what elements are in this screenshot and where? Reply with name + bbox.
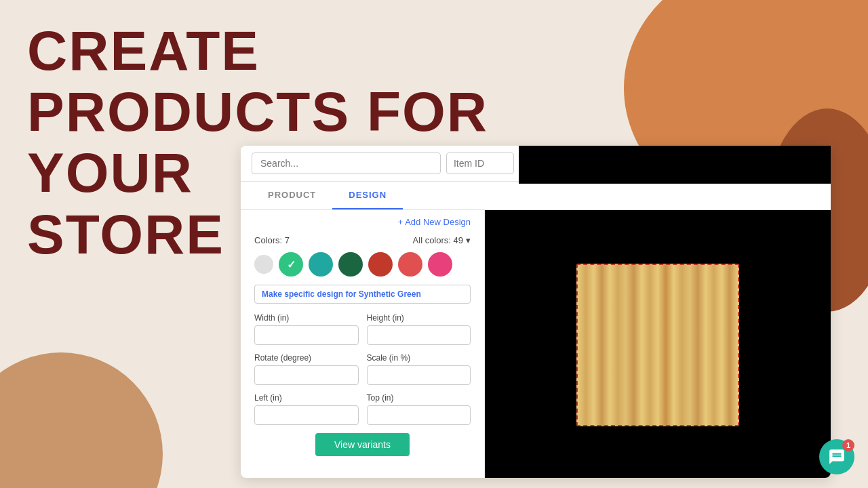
colors-header: Colors: 7 All colors: 49 ▾ <box>254 235 471 245</box>
width-field-group: Width (in) <box>254 313 359 345</box>
wood-texture <box>576 264 739 426</box>
item-id-input[interactable] <box>446 152 514 174</box>
swatch-red[interactable] <box>398 252 422 277</box>
view-variants-button[interactable]: View variants <box>315 433 410 456</box>
height-label: Height (in) <box>367 313 471 323</box>
width-height-row: Width (in) Height (in) <box>254 313 471 345</box>
colors-count: Colors: 7 <box>254 235 290 245</box>
tab-bar: PRODUCT DESIGN <box>241 182 831 210</box>
all-colors-dropdown[interactable]: All colors: 49 ▾ <box>413 235 471 245</box>
canvas-preview <box>576 264 739 426</box>
rotate-input[interactable] <box>254 365 359 385</box>
swatch-green[interactable] <box>279 252 303 277</box>
swatch-dark-red[interactable] <box>368 252 393 277</box>
tab-design[interactable]: DESIGN <box>332 182 403 209</box>
color-swatches <box>254 252 471 277</box>
content-area: + Add New Design Colors: 7 All colors: 4… <box>241 210 831 478</box>
top-label: Top (in) <box>367 393 471 403</box>
top-input[interactable] <box>367 405 471 425</box>
swatch-dark-green[interactable] <box>338 252 363 277</box>
top-field-group: Top (in) <box>367 393 471 425</box>
height-field-group: Height (in) <box>367 313 471 345</box>
left-input[interactable] <box>254 405 359 425</box>
specific-design-label: Make specific design for Synthetic Green <box>254 285 471 304</box>
black-header-overlay <box>519 146 831 184</box>
chat-badge: 1 <box>842 439 854 451</box>
rotate-label: Rotate (degree) <box>254 353 359 363</box>
width-label: Width (in) <box>254 313 359 323</box>
rotate-scale-row: Rotate (degree) Scale (in %) <box>254 353 471 385</box>
tab-product[interactable]: PRODUCT <box>252 182 332 209</box>
canvas-preview-panel <box>485 210 831 478</box>
scale-label: Scale (in %) <box>367 353 471 363</box>
left-top-row: Left (in) Top (in) <box>254 393 471 425</box>
chat-button[interactable]: 1 <box>819 439 854 474</box>
swatch-gray[interactable] <box>254 255 273 274</box>
rotate-field-group: Rotate (degree) <box>254 353 359 385</box>
left-field-group: Left (in) <box>254 393 359 425</box>
bg-decoration-bottom-left <box>0 352 163 488</box>
app-panel: Go Admin ▾ PRODUCT DESIGN + Add New Desi… <box>241 146 831 478</box>
add-design-link[interactable]: + Add New Design <box>254 217 471 227</box>
swatch-pink[interactable] <box>428 252 452 277</box>
swatch-teal[interactable] <box>309 252 333 277</box>
chat-icon <box>828 448 846 466</box>
scale-input[interactable] <box>367 365 471 385</box>
left-panel: + Add New Design Colors: 7 All colors: 4… <box>241 210 485 478</box>
width-input[interactable] <box>254 325 359 345</box>
height-input[interactable] <box>367 325 471 345</box>
scale-field-group: Scale (in %) <box>367 353 471 385</box>
chevron-down-icon: ▾ <box>466 235 471 245</box>
search-input[interactable] <box>252 152 441 174</box>
left-label: Left (in) <box>254 393 359 403</box>
